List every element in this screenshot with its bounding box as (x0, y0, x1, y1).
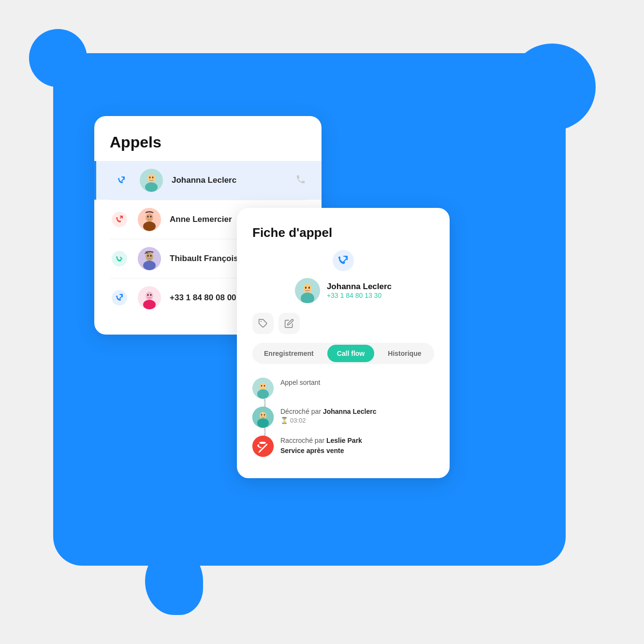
tab-historique[interactable]: Historique (378, 345, 431, 362)
svg-point-23 (150, 294, 152, 296)
svg-point-39 (261, 414, 263, 416)
decorative-circle-top-left (29, 29, 87, 87)
decorative-blob-top-right (509, 44, 596, 131)
svg-point-10 (147, 216, 149, 218)
svg-point-3 (145, 182, 158, 192)
svg-point-15 (143, 261, 156, 270)
flow-item-outgoing: Appel sortant (252, 374, 434, 403)
flow-item-hangup: Raccroché par Leslie Park Service après … (252, 432, 434, 461)
flow-subtext-hangup: Service après vente (280, 446, 362, 456)
outgoing-call-icon-johanna (112, 171, 131, 190)
svg-point-4 (149, 176, 151, 178)
avatar-thibault (138, 247, 161, 270)
svg-point-22 (147, 294, 149, 296)
answered-call-icon-thibault (110, 249, 129, 268)
svg-point-33 (257, 389, 269, 399)
fiche-caller-phone: +33 1 84 80 13 30 (327, 292, 392, 299)
svg-point-24 (333, 250, 354, 271)
fiche-title: Fiche d'appel (252, 225, 434, 240)
svg-point-41 (252, 436, 274, 457)
flow-item-answered: Décroché par Johanna Leclerc ⏳ 03:02 (252, 403, 434, 432)
flow-text-answered-container: Décroché par Johanna Leclerc ⏳ 03:02 (280, 407, 376, 424)
tag-button[interactable] (252, 313, 274, 334)
flow-hangup-by: Leslie Park (326, 437, 362, 444)
svg-point-2 (147, 174, 155, 183)
fiche-caller-name: Johanna Leclerc (327, 282, 392, 292)
svg-point-34 (261, 385, 263, 387)
fiche-card: Fiche d'appel (237, 208, 450, 478)
flow-avatar-hangup (252, 436, 274, 457)
call-flow-list: Appel sortant Décroché par J (252, 374, 434, 461)
avatar-anne (138, 208, 161, 231)
svg-point-11 (150, 216, 152, 218)
call-name-johanna: Johanna Leclerc (172, 176, 287, 185)
svg-point-8 (146, 213, 153, 222)
flow-text-outgoing: Appel sortant (280, 378, 321, 388)
hourglass-icon: ⏳ (280, 417, 288, 424)
flow-text-answered: Décroché par Johanna Leclerc (280, 407, 376, 417)
svg-point-12 (112, 251, 127, 266)
svg-point-5 (152, 176, 154, 178)
fiche-call-type-icon (333, 250, 354, 273)
outgoing-call-icon-unknown (110, 288, 129, 307)
fiche-caller-section: Johanna Leclerc +33 1 84 80 13 30 (252, 250, 434, 303)
edit-button[interactable] (278, 313, 300, 334)
flow-text-hangup: Raccroché par Leslie Park (280, 436, 362, 446)
fiche-actions (252, 313, 434, 334)
flow-time-answered: ⏳ 03:02 (280, 417, 376, 424)
fiche-caller-details: Johanna Leclerc +33 1 84 80 13 30 (327, 282, 392, 299)
svg-point-17 (150, 255, 152, 257)
missed-call-icon-anne (110, 210, 129, 229)
svg-point-40 (264, 414, 265, 416)
tab-call-flow[interactable]: Call flow (327, 345, 375, 362)
svg-point-28 (305, 287, 307, 289)
svg-point-20 (146, 292, 153, 300)
svg-point-14 (146, 252, 153, 261)
flow-avatar-outgoing (252, 378, 274, 399)
appels-title: Appels (94, 133, 322, 151)
flow-answered-by: Johanna Leclerc (323, 408, 377, 415)
svg-point-18 (112, 290, 127, 306)
decorative-blob-bottom (145, 547, 203, 615)
svg-point-9 (143, 221, 156, 231)
svg-point-6 (112, 212, 127, 227)
fiche-avatar-johanna (295, 278, 320, 303)
svg-point-26 (303, 284, 312, 293)
svg-point-16 (147, 255, 149, 257)
call-phone-icon (295, 174, 306, 187)
tab-enregistrement[interactable]: Enregistrement (254, 345, 323, 362)
svg-point-0 (114, 173, 129, 188)
flow-text-hangup-container: Raccroché par Leslie Park Service après … (280, 436, 362, 456)
scene: Appels Jo (0, 0, 644, 644)
svg-point-35 (264, 385, 265, 387)
flow-avatar-answered (252, 407, 274, 428)
svg-point-38 (257, 418, 269, 428)
avatar-unknown (138, 286, 161, 309)
call-item-johanna[interactable]: Johanna Leclerc (94, 161, 322, 200)
svg-point-29 (308, 287, 310, 289)
tab-bar: Enregistrement Call flow Historique (252, 343, 434, 364)
svg-point-21 (143, 300, 156, 309)
avatar-johanna (140, 169, 163, 192)
fiche-caller-info: Johanna Leclerc +33 1 84 80 13 30 (295, 278, 392, 303)
